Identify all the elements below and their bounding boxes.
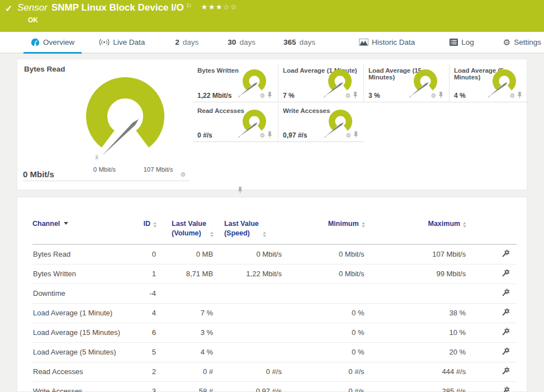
- pin-icon[interactable]: [267, 130, 272, 140]
- pin-icon[interactable]: [267, 91, 272, 101]
- cell-speed: [214, 284, 282, 303]
- cell-actions: [466, 284, 517, 303]
- cell-max: 99 Mbit/s: [365, 264, 467, 284]
- table-row: Read Accesses20 #0 #/s0 #/s444 #/s: [32, 362, 517, 381]
- gear-icon[interactable]: ⚙: [259, 133, 265, 139]
- cell-speed: 1,22 Mbit/s: [214, 264, 282, 284]
- sensor-title: SNMP Linux Block Device I/O: [51, 2, 184, 13]
- gear-icon: ⚙: [503, 38, 510, 46]
- column-header-last-value-speed[interactable]: Last Value (Speed): [214, 216, 282, 244]
- tab-live-data[interactable]: Live Data: [92, 32, 152, 53]
- small-gauge-panel: Load Average (15 Minutes)3 %⚙: [364, 64, 450, 102]
- cell-id: 2: [130, 362, 156, 381]
- cell-min: [282, 284, 365, 303]
- channel-gauge-value: 1,22 Mbit/s: [197, 92, 231, 100]
- star-icon[interactable]: ☆: [230, 3, 238, 11]
- channel-settings-icon[interactable]: [502, 289, 510, 298]
- cell-max: 285 #/s: [365, 381, 467, 392]
- gear-icon[interactable]: ⚙: [180, 172, 186, 178]
- tab-label: days: [299, 38, 315, 46]
- cell-min: 0 #/s: [282, 362, 365, 381]
- column-header-maximum[interactable]: Maximum: [365, 216, 467, 244]
- channel-gauge-title: Bytes Written: [197, 67, 239, 74]
- cell-max: 107 Mbit/s: [365, 244, 467, 265]
- pin-icon[interactable]: [517, 91, 522, 101]
- sort-desc-icon: [64, 222, 68, 225]
- divider: [23, 181, 190, 181]
- tab-settings[interactable]: ⚙Settings: [496, 32, 544, 53]
- table-row: Write Accesses358 #0,97 #/s0 #/s285 #/s: [32, 381, 517, 392]
- status-ok-icon: ✓: [5, 3, 12, 14]
- cell-min: 0 %: [282, 303, 365, 323]
- bytes-read-gauge: [75, 74, 176, 164]
- cell-speed: [214, 323, 282, 342]
- main-gauge-title: Bytes Read: [24, 65, 65, 73]
- cell-id: 6: [130, 323, 156, 342]
- star-icon[interactable]: ★: [209, 3, 216, 11]
- gear-icon[interactable]: ⚙: [346, 133, 351, 139]
- average-marker: x̄: [91, 154, 102, 160]
- panel-tools: ⚙: [180, 172, 188, 178]
- tab-label: days: [183, 38, 199, 46]
- pin-icon[interactable]: [438, 91, 443, 101]
- channel-gauge-value: 3 %: [368, 92, 380, 100]
- cell-min: 0 #/s: [282, 381, 365, 392]
- sensor-title-line: SensorSNMP Linux Block Device I/O⚐★★★☆☆: [17, 2, 238, 13]
- tab-historic-data[interactable]: Historic Data: [352, 32, 422, 53]
- tab-overview[interactable]: Overview: [23, 32, 82, 53]
- gear-icon[interactable]: ⚙: [259, 93, 265, 99]
- cell-id: 1: [130, 264, 156, 284]
- cell-channel: Load Average (5 Minutes): [32, 342, 130, 362]
- column-header-channel[interactable]: Channel: [32, 216, 130, 244]
- priority-stars[interactable]: ★★★☆☆: [201, 3, 238, 11]
- channel-settings-icon[interactable]: [502, 386, 510, 392]
- gear-icon[interactable]: ⚙: [431, 93, 436, 99]
- tab-log[interactable]: Log: [442, 32, 481, 53]
- star-icon[interactable]: ☆: [223, 3, 230, 11]
- tab-30-days[interactable]: 30days: [220, 32, 263, 53]
- cell-actions: [466, 303, 517, 323]
- channel-settings-icon[interactable]: [502, 308, 510, 318]
- cell-volume: 4 %: [157, 342, 214, 362]
- panel-tools: ⚙: [259, 91, 272, 101]
- star-icon[interactable]: ★: [201, 3, 208, 11]
- gear-icon[interactable]: ⚙: [345, 93, 351, 99]
- channel-settings-icon[interactable]: [502, 249, 510, 259]
- star-icon[interactable]: ★: [216, 3, 223, 11]
- column-header-last-value-volume[interactable]: Last Value (Volume): [157, 216, 214, 244]
- cell-speed: [214, 303, 282, 323]
- sensor-header: ✓ SensorSNMP Linux Block Device I/O⚐★★★☆…: [0, 0, 544, 32]
- cell-max: 10 %: [365, 323, 467, 342]
- channel-gauge-value: 0 #/s: [197, 131, 212, 139]
- cell-min: 0 Mbit/s: [282, 244, 365, 265]
- column-header-id[interactable]: ID: [130, 216, 156, 244]
- cell-min: 0 %: [282, 323, 365, 342]
- table-row: Load Average (1 Minute)47 %0 %38 %: [32, 303, 517, 323]
- sensor-kind-label: Sensor: [17, 2, 48, 13]
- channel-settings-icon[interactable]: [502, 347, 510, 357]
- cell-volume: 0 MB: [157, 244, 214, 265]
- chart-icon: [359, 39, 368, 46]
- pin-icon[interactable]: [353, 91, 358, 101]
- flag-icon[interactable]: ⚐: [186, 2, 192, 10]
- channels-table: ChannelIDLast Value (Volume)Last Value (…: [32, 216, 517, 392]
- channel-settings-icon[interactable]: [502, 269, 510, 278]
- main-gauge-panel: Bytes Read x̄ 0 Mbit/s 107 Mbit/s 0 Mbit…: [17, 59, 191, 190]
- gear-icon[interactable]: ⚙: [509, 93, 515, 99]
- cell-speed: [214, 342, 282, 362]
- cell-actions: [466, 362, 517, 381]
- panel-tools: ⚙: [345, 91, 358, 101]
- tab-label: Live Data: [113, 38, 145, 46]
- column-header-minimum[interactable]: Minimum: [282, 216, 365, 244]
- panel-tools: ⚙: [259, 130, 272, 140]
- tab-2-days[interactable]: 2days: [168, 32, 206, 53]
- sort-icon: [362, 222, 365, 228]
- cell-volume: 3 %: [157, 323, 214, 342]
- tab-365-days[interactable]: 365days: [276, 32, 323, 53]
- pin-icon[interactable]: [353, 130, 358, 140]
- cell-max: 444 #/s: [365, 362, 467, 381]
- small-gauge-panel: Load Average (5 Minutes)4 %⚙: [450, 64, 528, 102]
- small-gauge-panel: Bytes Written1,22 Mbit/s⚙: [193, 64, 278, 102]
- channel-settings-icon[interactable]: [502, 367, 510, 376]
- channel-settings-icon[interactable]: [502, 328, 510, 337]
